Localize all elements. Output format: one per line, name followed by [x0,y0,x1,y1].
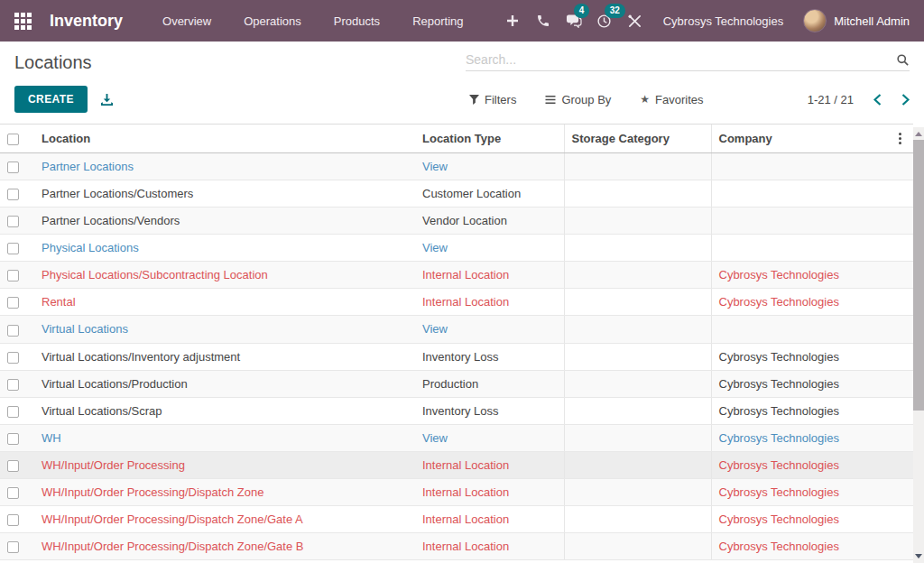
location-type-cell[interactable]: Internal Location [415,451,564,478]
storage-category-cell[interactable] [564,316,711,343]
company-cell[interactable]: Cybrosys Technologies [711,451,886,478]
pager-next-icon[interactable] [901,94,910,106]
favorites-button[interactable]: ★ Favorites [640,93,703,106]
location-type-cell[interactable]: Internal Location [415,289,564,316]
optional-columns-icon[interactable] [893,132,906,145]
location-cell[interactable]: Physical Locations/Subcontracting Locati… [34,262,415,289]
create-button[interactable]: CREATE [14,86,88,113]
header-location[interactable]: Location [34,125,415,153]
row-checkbox[interactable] [7,487,19,499]
table-row[interactable]: Partner Locations/Vendors Vendor Locatio… [0,208,913,235]
company-cell[interactable] [711,180,886,208]
location-type-cell[interactable]: Internal Location [415,505,564,532]
app-title[interactable]: Inventory [50,12,123,31]
storage-category-cell[interactable] [564,478,711,505]
row-checkbox[interactable] [7,297,19,309]
row-checkbox[interactable] [7,541,19,553]
table-row[interactable]: Partner Locations View [0,153,913,180]
menu-reporting[interactable]: Reporting [396,0,479,42]
location-cell[interactable]: Virtual Locations/Production [34,370,415,397]
storage-category-cell[interactable] [564,370,711,397]
table-row[interactable]: Partner Locations/Customers Customer Loc… [0,180,913,208]
table-row[interactable]: WH/Input/Order Processing/Dispatch Zone/… [0,505,913,532]
row-checkbox[interactable] [7,406,19,418]
location-cell[interactable]: Rental [34,289,415,316]
location-cell[interactable]: WH [34,424,415,451]
search-icon[interactable] [896,53,910,67]
company-cell[interactable]: Cybrosys Technologies [711,262,886,289]
storage-category-cell[interactable] [564,451,711,478]
row-checkbox[interactable] [7,189,19,200]
select-all-checkbox[interactable] [7,134,19,145]
header-location-type[interactable]: Location Type [415,125,564,153]
table-row[interactable]: Virtual Locations View [0,316,913,343]
location-type-cell[interactable]: Inventory Loss [415,397,564,424]
scrollbar-thumb[interactable] [913,140,924,411]
pager-previous-icon[interactable] [873,94,882,106]
location-cell[interactable]: WH/Input/Order Processing/Dispatch Zone [34,478,415,505]
menu-overview[interactable]: Overview [146,0,227,42]
company-cell[interactable]: Cybrosys Technologies [711,370,886,397]
storage-category-cell[interactable] [564,262,711,289]
table-row[interactable]: Rental Internal Location Cybrosys Techno… [0,289,913,316]
location-type-cell[interactable]: Internal Location [415,478,564,505]
activities-clock-icon[interactable]: 32 [589,7,620,34]
location-cell[interactable]: Physical Locations [34,235,415,262]
export-download-icon[interactable] [100,93,114,106]
apps-grid-icon[interactable] [14,13,32,30]
table-row[interactable]: Virtual Locations/Production Production … [0,370,913,397]
user-name[interactable]: Mitchell Admin [834,14,910,28]
row-checkbox[interactable] [7,352,19,364]
storage-category-cell[interactable] [564,397,711,424]
storage-category-cell[interactable] [564,153,711,180]
scrollbar-down-arrow-icon[interactable] [913,550,924,561]
company-cell[interactable] [711,316,886,343]
table-row[interactable]: WH View Cybrosys Technologies [0,424,913,451]
row-checkbox[interactable] [7,162,19,173]
company-cell[interactable]: Cybrosys Technologies [711,397,886,424]
location-type-cell[interactable]: View [415,424,564,451]
row-checkbox[interactable] [7,270,19,282]
table-row[interactable]: WH/Input/Order Processing/Dispatch Zone … [0,478,913,505]
row-checkbox[interactable] [7,243,19,254]
location-type-cell[interactable]: Production [415,370,564,397]
row-checkbox[interactable] [7,216,19,227]
location-type-cell[interactable]: View [415,316,564,343]
location-cell[interactable]: Partner Locations [34,153,415,180]
location-cell[interactable]: Virtual Locations/Inventory adjustment [34,343,415,370]
search-input[interactable] [466,52,896,67]
company-cell[interactable]: Cybrosys Technologies [711,505,886,532]
location-cell[interactable]: WH/Input/Order Processing/Dispatch Zone/… [34,505,415,532]
location-type-cell[interactable]: Internal Location [415,262,564,289]
company-cell[interactable] [711,235,886,262]
location-type-cell[interactable]: View [415,235,564,262]
storage-category-cell[interactable] [564,424,711,451]
table-row[interactable]: Physical Locations View [0,235,913,262]
table-row[interactable]: Physical Locations/Subcontracting Locati… [0,262,913,289]
storage-category-cell[interactable] [564,505,711,532]
vertical-scrollbar[interactable] [913,127,924,563]
location-type-cell[interactable]: View [415,153,564,180]
messages-icon[interactable]: 4 [559,7,589,34]
storage-category-cell[interactable] [564,343,711,370]
location-cell[interactable]: Partner Locations/Customers [34,180,415,208]
filters-button[interactable]: Filters [469,93,516,106]
user-avatar[interactable] [803,9,827,32]
storage-category-cell[interactable] [564,208,711,235]
scrollbar-up-arrow-icon[interactable] [913,127,924,140]
storage-category-cell[interactable] [564,180,711,208]
location-cell[interactable]: Virtual Locations/Scrap [34,397,415,424]
row-checkbox[interactable] [7,325,19,337]
menu-operations[interactable]: Operations [227,0,318,42]
row-checkbox[interactable] [7,514,19,526]
location-type-cell[interactable]: Inventory Loss [415,343,564,370]
location-cell[interactable]: Partner Locations/Vendors [34,208,415,235]
row-checkbox[interactable] [7,433,19,445]
plus-icon[interactable] [497,7,528,34]
tools-icon[interactable] [620,7,651,34]
header-storage-category[interactable]: Storage Category [564,125,711,153]
company-cell[interactable]: Cybrosys Technologies [711,478,886,505]
table-row[interactable]: WH/Input/Order Processing/Dispatch Zone/… [0,532,913,559]
company-cell[interactable] [711,208,886,235]
table-row[interactable]: WH/Input/Order Processing Internal Locat… [0,451,913,478]
